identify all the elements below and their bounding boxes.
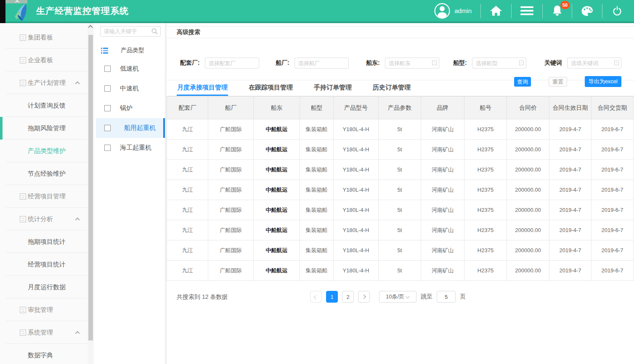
table-row[interactable]: 九江广船国际中船航运集装箱船Y180L-4-H5t河南矿山H2375200000… <box>167 160 634 180</box>
page-button-2[interactable]: 2 <box>342 291 354 303</box>
table-row[interactable]: 九江广船国际中船航运集装箱船Y180L-4-H5t河南矿山H2375200000… <box>167 140 634 160</box>
sidebar-item-label: 企业看板 <box>28 56 53 64</box>
tree-item-label: 低速机 <box>120 65 139 73</box>
column-header: 船厂 <box>208 97 254 119</box>
table-row[interactable]: 九江广船国际中船航运集装箱船Y180L-4-H5t河南矿山H2375200000… <box>167 180 634 200</box>
sidebar-item-产品类型维护[interactable]: 产品类型维护 <box>0 140 88 162</box>
field-input[interactable] <box>385 58 439 69</box>
table-cell: 2019-4-7 <box>549 119 592 140</box>
header-separator <box>511 4 512 18</box>
username-label[interactable]: admin <box>454 7 472 14</box>
sidebar-item-集团看板[interactable]: 集团看板 <box>0 26 88 49</box>
chevron-down-icon <box>406 294 410 298</box>
notifications-button[interactable]: 50 <box>552 5 563 17</box>
table-cell: Y180L-4-H <box>334 220 379 240</box>
field-input[interactable] <box>205 58 259 69</box>
tree-item-锅炉[interactable]: 锅炉 <box>96 98 165 118</box>
field-input[interactable] <box>294 58 349 69</box>
tree-item-海工起重机[interactable]: 海工起重机 <box>96 138 165 158</box>
table-cell: 2019-4-7 <box>549 240 592 261</box>
advanced-search-title: 高级搜索 <box>177 26 200 38</box>
sidebar-item-系统管理[interactable]: 系统管理 <box>0 321 88 344</box>
column-header: 品牌 <box>421 97 464 119</box>
tree-item-label: 锅炉 <box>120 104 133 112</box>
table-cell: 2019-6-7 <box>592 180 634 200</box>
reset-button[interactable]: 重置 <box>549 77 567 87</box>
sidebar-item-计划查询反馈[interactable]: 计划查询反馈 <box>0 94 88 117</box>
table-cell: 九江 <box>167 220 208 240</box>
prev-page-button[interactable] <box>310 291 322 303</box>
search-icon[interactable] <box>151 28 158 34</box>
table-cell: 河南矿山 <box>421 200 464 220</box>
page-size-value: 10条/页 <box>386 293 404 301</box>
table-row[interactable]: 九江广船国际中船航运集装箱船Y180L-4-H5t河南矿山H2375200000… <box>167 220 634 240</box>
table-cell: H2375 <box>464 200 507 220</box>
table-cell: 2019-4-7 <box>549 220 592 240</box>
table-cell: 2019-4-7 <box>549 180 592 200</box>
tree-search <box>100 26 161 37</box>
tree-item-船用起重机[interactable]: 船用起重机 <box>96 118 165 138</box>
sidebar-item-节点经验维护[interactable]: 节点经验维护 <box>0 162 88 185</box>
field-input[interactable] <box>472 58 526 69</box>
sidebar-item-统计分析[interactable]: 统计分析 <box>0 208 88 230</box>
table-row[interactable]: 九江广船国际中船航运集装箱船Y180L-4-H5t河南矿山H2375200000… <box>167 119 634 140</box>
table-cell: 河南矿山 <box>421 119 464 140</box>
tab-历史订单管理[interactable]: 历史订单管理 <box>372 80 411 96</box>
sidebar-item-经营项目统计[interactable]: 经营项目统计 <box>0 253 88 276</box>
search-field: 配套厂: <box>180 58 259 69</box>
next-page-button[interactable] <box>358 291 370 303</box>
sidebar-item-审批管理[interactable]: 审批管理 <box>0 298 88 321</box>
export-excel-button[interactable]: 导出为excel <box>585 76 621 87</box>
tab-手持订单管理[interactable]: 手持订单管理 <box>313 80 352 96</box>
sidebar-item-生产计划管理[interactable]: 生产计划管理 <box>0 71 88 94</box>
theme-button[interactable] <box>581 5 593 16</box>
table-cell: 广船国际 <box>208 119 254 140</box>
table-cell: 5t <box>379 180 421 200</box>
query-button[interactable]: 查询 <box>514 77 531 87</box>
sidebar-item-月度运行数据[interactable]: 月度运行数据 <box>0 276 88 298</box>
scroll-up-icon[interactable] <box>88 25 93 29</box>
table-cell: 200000.00 <box>507 220 549 240</box>
tree-root-label: 产品类型 <box>121 47 144 54</box>
table-cell: 广船国际 <box>208 240 254 261</box>
sidebar-item-label: 节点经验维护 <box>28 170 66 178</box>
tab-月度承接项目管理[interactable]: 月度承接项目管理 <box>177 80 228 96</box>
table-row[interactable]: 九江广船国际中船航运集装箱船Y180L-4-H5t河南矿山H2375200000… <box>167 200 634 220</box>
tree-item-中速机[interactable]: 中速机 <box>96 79 165 98</box>
list-icon <box>101 47 108 54</box>
sidebar-item-数据字典[interactable]: 数据字典 <box>0 344 88 364</box>
field-label: 船东: <box>366 59 380 67</box>
logout-button[interactable] <box>611 5 623 17</box>
sidebar-item-label: 计划查询反馈 <box>28 102 66 110</box>
advanced-search-header: 高级搜索 <box>167 26 634 38</box>
scrollbar-thumb[interactable] <box>88 35 93 340</box>
menu-button[interactable] <box>520 5 533 16</box>
sidebar-item-企业看板[interactable]: 企业看板 <box>0 49 88 71</box>
table-cell: 2019-6-7 <box>592 200 634 220</box>
sidebar-scrollbar[interactable] <box>88 23 94 364</box>
table-row[interactable]: 九江广船国际中船航运集装箱船Y180L-4-H5t河南矿山H2375200000… <box>167 240 634 261</box>
page-size-select[interactable]: 10条/页 <box>379 291 416 303</box>
home-button[interactable] <box>490 5 502 16</box>
tree-root-node[interactable]: 产品类型 <box>96 42 165 59</box>
table-cell: 广船国际 <box>208 200 254 220</box>
sidebar-item-拖期风险管理[interactable]: 拖期风险管理 <box>0 117 88 140</box>
sidebar-item-经营项目管理[interactable]: 经营项目管理 <box>0 185 88 208</box>
missing-glyph-icon <box>104 145 111 151</box>
column-header: 船型 <box>300 97 334 119</box>
field-input[interactable] <box>567 58 621 69</box>
avatar[interactable] <box>434 3 450 19</box>
header-separator <box>480 4 481 18</box>
table-cell: 5t <box>379 261 421 281</box>
table-row[interactable]: 九江广船国际中船航运集装箱船Y180L-4-H5t河南矿山H2375200000… <box>167 261 634 281</box>
search-field: 关键词 <box>544 58 621 69</box>
sidebar-item-拖期项目统计[interactable]: 拖期项目统计 <box>0 230 88 253</box>
tree-item-label: 中速机 <box>120 84 139 92</box>
sidebar-item-label: 集团看板 <box>28 34 53 42</box>
tab-在跟踪项目管理[interactable]: 在跟踪项目管理 <box>248 80 293 96</box>
page-button-1[interactable]: 1 <box>326 291 338 303</box>
table-cell: 集装箱船 <box>300 160 334 180</box>
tree-item-低速机[interactable]: 低速机 <box>96 59 165 79</box>
jump-page-input[interactable] <box>437 291 456 303</box>
field-label: 配套厂: <box>180 59 200 67</box>
